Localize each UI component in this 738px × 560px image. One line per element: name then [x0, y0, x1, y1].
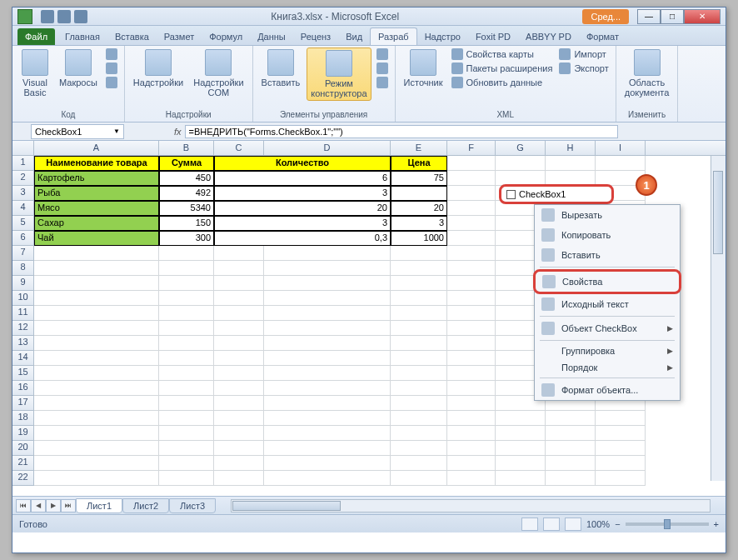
cell[interactable] — [34, 261, 159, 276]
tab-insert[interactable]: Вставка — [107, 28, 157, 45]
cell[interactable] — [264, 351, 391, 366]
cell[interactable] — [214, 381, 264, 396]
doc-panel-button[interactable]: Область документа — [621, 48, 673, 99]
cell[interactable] — [34, 336, 159, 351]
row-header[interactable]: 6 — [12, 231, 34, 246]
cell[interactable]: 20 — [391, 201, 447, 216]
cell[interactable]: Наименование товара — [34, 156, 159, 171]
cell[interactable] — [447, 351, 496, 366]
cell[interactable] — [496, 156, 546, 171]
formula-bar[interactable]: =ВНЕДРИТЬ("Forms.CheckBox.1";"") — [185, 125, 618, 138]
col-header-H[interactable]: H — [546, 141, 596, 155]
cell[interactable] — [447, 336, 496, 351]
cell[interactable] — [391, 261, 447, 276]
cell[interactable] — [159, 471, 214, 486]
cell[interactable]: Картофель — [34, 171, 159, 186]
qat-redo-icon[interactable] — [74, 10, 87, 23]
ctrl-code-button[interactable] — [375, 62, 390, 75]
row-header[interactable]: 18 — [12, 411, 34, 426]
cell[interactable] — [447, 396, 496, 411]
sred-button[interactable]: Сред... — [582, 9, 629, 24]
cell[interactable] — [34, 276, 159, 291]
cell[interactable] — [159, 321, 214, 336]
cell[interactable] — [264, 441, 391, 456]
cell[interactable] — [546, 156, 596, 171]
cell[interactable] — [159, 246, 214, 261]
view-layout-button[interactable] — [543, 518, 560, 531]
col-header-I[interactable]: I — [596, 141, 646, 155]
cell[interactable] — [264, 426, 391, 441]
cell[interactable] — [34, 291, 159, 306]
cell[interactable]: 0,3 — [214, 231, 391, 246]
cell[interactable] — [214, 426, 264, 441]
cell[interactable] — [447, 381, 496, 396]
col-header-E[interactable]: E — [391, 141, 447, 155]
cell[interactable]: Цена — [391, 156, 447, 171]
qat-save-icon[interactable] — [41, 10, 54, 23]
addins-button[interactable]: Надстройки — [130, 48, 187, 89]
cell[interactable] — [546, 426, 596, 441]
row-header[interactable]: 22 — [12, 471, 34, 486]
insert-control-button[interactable]: Вставить — [258, 48, 304, 89]
tab-view[interactable]: Вид — [338, 28, 370, 45]
maximize-button[interactable]: □ — [661, 9, 684, 24]
qat-undo-icon[interactable] — [57, 10, 71, 23]
cell[interactable] — [546, 456, 596, 471]
row-header[interactable]: 13 — [12, 336, 34, 351]
cell[interactable] — [546, 411, 596, 426]
row-header[interactable]: 9 — [12, 276, 34, 291]
ctx-paste[interactable]: Вставить — [535, 245, 680, 265]
tab-developer[interactable]: Разраб — [370, 28, 417, 45]
col-header-F[interactable]: F — [447, 141, 496, 155]
row-header[interactable]: 1 — [12, 156, 34, 171]
cell[interactable]: 300 — [159, 231, 214, 246]
ctx-object[interactable]: Объект CheckBox▶ — [535, 318, 680, 338]
cell[interactable] — [214, 471, 264, 486]
cell[interactable] — [391, 456, 447, 471]
ctrl-props-button[interactable] — [375, 48, 390, 61]
cell[interactable] — [391, 426, 447, 441]
cell[interactable] — [264, 246, 391, 261]
cell[interactable] — [447, 261, 496, 276]
cell[interactable] — [391, 441, 447, 456]
cell[interactable] — [447, 321, 496, 336]
cell[interactable] — [596, 426, 646, 441]
cell[interactable] — [214, 261, 264, 276]
tab-home[interactable]: Главная — [57, 28, 107, 45]
cell[interactable] — [447, 156, 496, 171]
zoom-slider[interactable] — [626, 522, 709, 526]
horizontal-scrollbar[interactable] — [231, 499, 711, 512]
row-header[interactable]: 16 — [12, 381, 34, 396]
cell[interactable] — [447, 216, 496, 231]
sheet-tab-2[interactable]: Лист2 — [122, 498, 169, 513]
cell[interactable] — [447, 471, 496, 486]
cell[interactable] — [34, 426, 159, 441]
row-header[interactable]: 4 — [12, 201, 34, 216]
ctx-format[interactable]: Формат объекта... — [535, 380, 680, 400]
cell[interactable] — [391, 351, 447, 366]
relative-refs-button[interactable] — [104, 62, 119, 75]
col-header-C[interactable]: C — [214, 141, 264, 155]
tab-layout[interactable]: Размет — [157, 28, 202, 45]
cell[interactable] — [34, 456, 159, 471]
cell[interactable]: Мясо — [34, 201, 159, 216]
cell[interactable] — [264, 276, 391, 291]
cell[interactable] — [264, 381, 391, 396]
cell[interactable]: 450 — [159, 171, 214, 186]
row-header[interactable]: 21 — [12, 456, 34, 471]
ctrl-dialog-button[interactable] — [375, 76, 390, 89]
cell[interactable] — [264, 321, 391, 336]
cell[interactable] — [264, 261, 391, 276]
cell[interactable] — [391, 336, 447, 351]
col-header-D[interactable]: D — [264, 141, 391, 155]
zoom-out-button[interactable]: − — [615, 519, 620, 529]
cell[interactable] — [159, 261, 214, 276]
macros-button[interactable]: Макросы — [56, 48, 101, 89]
cell[interactable] — [447, 186, 496, 201]
cell[interactable] — [214, 321, 264, 336]
cell[interactable] — [447, 366, 496, 381]
cell[interactable] — [391, 306, 447, 321]
sheet-nav-first[interactable]: ⏮ — [16, 499, 31, 512]
cell[interactable] — [596, 456, 646, 471]
cell[interactable]: Рыба — [34, 186, 159, 201]
